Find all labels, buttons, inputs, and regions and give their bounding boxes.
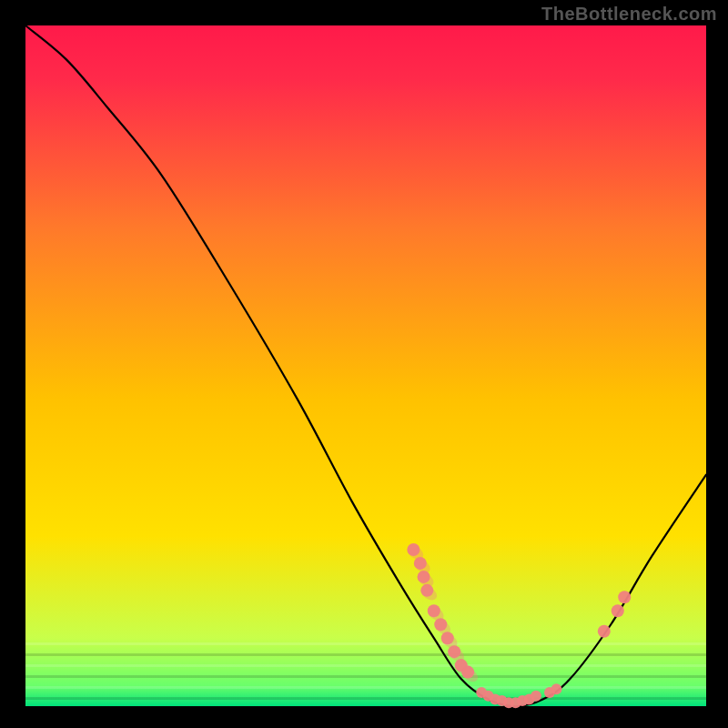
chart-container: TheBottleneck.com	[0, 0, 728, 728]
watermark-text: TheBottleneck.com	[541, 4, 717, 25]
bottleneck-curve-chart	[0, 0, 728, 728]
